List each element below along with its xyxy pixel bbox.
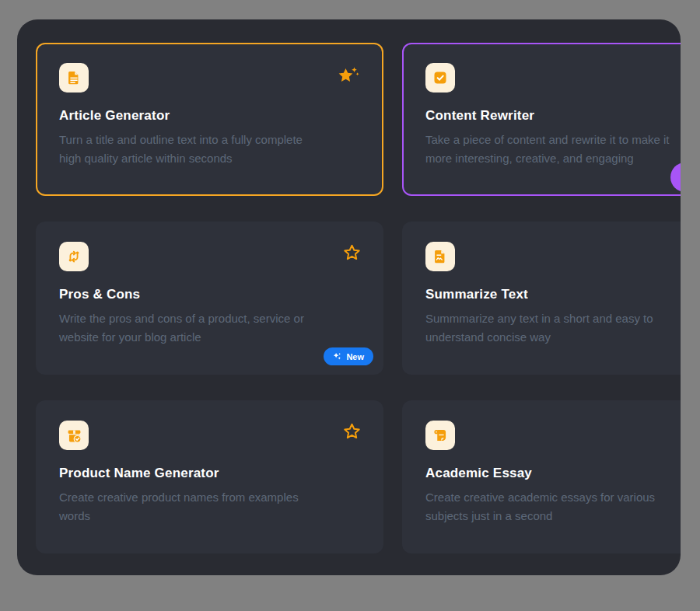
tool-cards-grid: Article Generator Turn a title and outli… xyxy=(36,43,681,553)
card-description: Write the pros and cons of a product, se… xyxy=(59,309,360,347)
card-description: Take a piece of content and rewrite it t… xyxy=(425,131,681,168)
card-title: Pros & Cons xyxy=(59,287,360,302)
summary-document-icon xyxy=(425,242,455,271)
sparkles-icon xyxy=(333,352,341,361)
tool-card-content-rewriter[interactable]: Content Rewriter Take a piece of content… xyxy=(402,43,681,196)
card-description: Turn a title and outline text into a ful… xyxy=(59,131,360,168)
card-title: Academic Essay xyxy=(425,466,681,481)
scroll-icon xyxy=(425,421,455,450)
tool-card-pros-and-cons[interactable]: Pros & Cons Write the pros and cons of a… xyxy=(36,222,383,375)
swap-arrows-icon xyxy=(59,242,89,271)
tool-card-product-name-generator[interactable]: Product Name Generator Create creative p… xyxy=(36,400,383,553)
card-description: Summmarize any text in a short and easy … xyxy=(425,309,681,347)
favorite-outline-star-icon[interactable] xyxy=(342,243,362,262)
document-icon xyxy=(59,63,89,93)
card-description: Create creative product names from examp… xyxy=(59,488,360,525)
card-title: Product Name Generator xyxy=(59,466,360,481)
favorite-outline-star-icon[interactable] xyxy=(342,422,362,441)
new-badge-label: New xyxy=(346,352,364,361)
product-box-icon xyxy=(59,421,89,450)
card-title: Content Rewriter xyxy=(425,108,681,124)
card-title: Article Generator xyxy=(59,108,360,124)
tool-card-academic-essay[interactable]: Academic Essay Create creative academic … xyxy=(402,400,681,553)
card-description: Create creative academic essays for vari… xyxy=(425,488,681,525)
new-badge: New xyxy=(324,347,373,365)
check-square-icon xyxy=(425,63,455,93)
tool-card-article-generator[interactable]: Article Generator Turn a title and outli… xyxy=(36,43,383,196)
tools-panel: Article Generator Turn a title and outli… xyxy=(17,19,681,575)
card-title: Summarize Text xyxy=(425,287,681,302)
favorite-filled-star-icon[interactable] xyxy=(337,66,360,86)
tool-card-summarize-text[interactable]: Summarize Text Summmarize any text in a … xyxy=(402,222,681,375)
